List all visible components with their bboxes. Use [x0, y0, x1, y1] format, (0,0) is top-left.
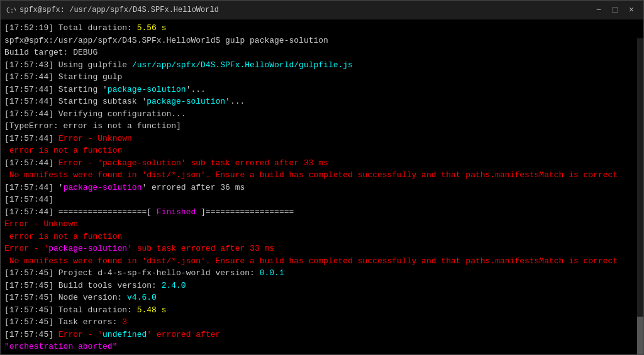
- terminal-line: [TypeError: error is not a function]: [4, 120, 633, 133]
- terminal-line: [17:57:44] Starting subtask 'package-sol…: [4, 96, 633, 108]
- terminal-line: Error - 'package-solution' sub task erro…: [4, 243, 633, 255]
- terminal-line: [17:57:44]: [4, 194, 633, 206]
- svg-text:C:\: C:\: [6, 7, 16, 14]
- terminal-line: [17:57:44] Error - 'package-solution' su…: [4, 157, 633, 170]
- terminal-line: spfx@spfx:/usr/app/spfx/D4S.SPFx.HelloWo…: [4, 353, 633, 355]
- terminal-line: [17:57:44] Starting 'package-solution'..…: [4, 84, 633, 96]
- terminal-line: [17:57:45] Error - 'undefined' errored a…: [4, 329, 633, 341]
- terminal-line: [17:57:45] Node version: v4.6.0: [4, 292, 633, 304]
- terminal-line: [17:57:43] Using gulpfile /usr/app/spfx/…: [4, 59, 633, 72]
- minimize-button[interactable]: −: [592, 3, 606, 17]
- window-title: spfx@spfx: /usr/app/spfx/D4S.SPFx.HelloW…: [19, 6, 219, 14]
- terminal-line: Build target: DEBUG: [4, 46, 633, 59]
- titlebar: C:\ spfx@spfx: /usr/app/spfx/D4S.SPFx.He…: [1, 1, 643, 19]
- terminal-line: [17:57:44] 'package-solution' errored af…: [4, 182, 633, 194]
- terminal-line: [17:57:45] Project d-4-s-sp-fx-hello-wor…: [4, 267, 633, 280]
- terminal-line: [17:52:19] Total duration: 5.56 s: [4, 22, 633, 35]
- terminal-line: No manifests were found in 'dist/*.json'…: [4, 169, 633, 182]
- terminal-line: [17:57:44] ==================[ Finished …: [4, 206, 633, 219]
- terminal-line: [17:57:44] Verifying configuration...: [4, 108, 633, 121]
- terminal-line: [17:57:45] Task errors: 3: [4, 316, 633, 329]
- terminal-line: "orchestration aborted": [4, 341, 633, 353]
- terminal-line: error is not a function: [4, 145, 633, 157]
- terminal-line: [17:57:44] Error - Unknown: [4, 133, 633, 145]
- terminal-line: spfx@spfx:/usr/app/spfx/D4S.SPFx.HelloWo…: [4, 35, 633, 47]
- close-button[interactable]: ×: [625, 3, 638, 17]
- terminal-line: [17:57:45] Build tools version: 2.4.0: [4, 280, 633, 292]
- terminal-container: [17:52:19] Total duration: 5.56 sspfx@sp…: [1, 19, 643, 354]
- titlebar-left: C:\ spfx@spfx: /usr/app/spfx/D4S.SPFx.He…: [6, 5, 219, 15]
- scrollbar-track[interactable]: [637, 38, 643, 354]
- scrollbar-thumb[interactable]: [637, 317, 643, 354]
- terminal-window: C:\ spfx@spfx: /usr/app/spfx/D4S.SPFx.He…: [0, 0, 644, 355]
- terminal-line: error is not a function: [4, 231, 633, 243]
- terminal-output[interactable]: [17:52:19] Total duration: 5.56 sspfx@sp…: [1, 19, 643, 354]
- maximize-button[interactable]: □: [608, 3, 622, 17]
- terminal-line: Error - Unknown: [4, 218, 633, 231]
- cmd-icon: C:\: [6, 5, 16, 15]
- titlebar-controls: − □ ×: [592, 3, 638, 17]
- terminal-line: No manifests were found in 'dist/*.json'…: [4, 255, 633, 268]
- terminal-line: [17:57:44] Starting gulp: [4, 71, 633, 84]
- terminal-line: [17:57:45] Total duration: 5.48 s: [4, 304, 633, 317]
